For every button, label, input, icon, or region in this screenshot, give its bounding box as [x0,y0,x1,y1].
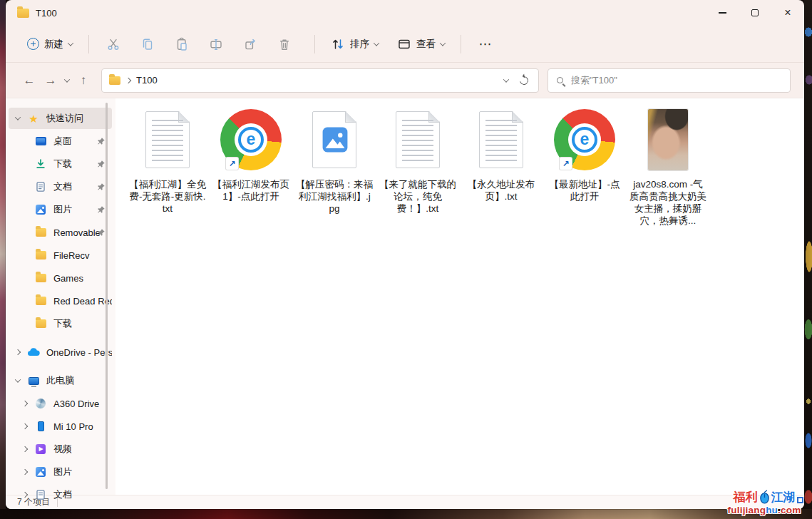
plus-circle-icon [27,38,39,50]
downloads-icon [35,158,46,170]
sidebar-item-videos[interactable]: ▶ 视频 [9,438,112,460]
forward-button[interactable]: → [40,70,61,91]
paste-button[interactable] [168,31,196,57]
sidebar-item-filerecv[interactable]: FileRecv [9,245,112,266]
browser-e-glyph: e [247,131,256,148]
view-icon [397,37,411,51]
sidebar-item-pictures[interactable]: 图片 [9,199,112,220]
star-icon: ★ [29,113,38,124]
sidebar-item-red-dead[interactable]: Red Dead Rede [9,290,112,312]
maximize-button[interactable] [739,0,771,26]
share-button[interactable] [236,31,264,57]
toolbar: 新建 [6,26,804,63]
breadcrumb-path[interactable]: T100 [136,75,158,86]
sidebar-item-pictures-pc[interactable]: 图片 [9,461,112,483]
image-file-icon [312,106,356,174]
chevron-right-icon[interactable] [15,349,21,355]
sidebar-item-a360-drive[interactable]: A360 Drive [9,393,112,414]
file-item[interactable]: jav20s8.com -气质高贵高挑大奶美女主播，揉奶掰穴，热舞诱... [628,106,708,227]
sidebar-item-downloads-folder[interactable]: 下载 [9,313,112,334]
copy-button[interactable] [133,31,162,57]
pin-icon [97,183,106,191]
cut-button[interactable] [99,31,128,57]
sidebar-item-removable[interactable]: Removable [9,222,112,243]
sidebar-item-label: 视频 [53,443,112,456]
folder-icon [109,76,120,85]
chevron-down-icon[interactable] [15,114,21,120]
text-file-icon [145,106,190,174]
toolbar-divider [461,35,461,53]
watermark-text-left: 福利 [734,491,758,503]
search-box[interactable] [548,68,791,93]
content-area: ★ 快速访问 桌面 下载 [6,98,804,495]
paste-icon [175,37,189,51]
documents-icon [35,489,46,500]
sidebar-item-games[interactable]: Games [9,267,112,289]
delete-button[interactable] [270,31,299,57]
address-dropdown-icon[interactable] [503,76,509,82]
file-item[interactable]: e ↗ 【福利江湖发布页1】-点此打开 [211,106,291,202]
sidebar-item-quick-access[interactable]: ★ 快速访问 [9,108,112,129]
file-grid: 【福利江湖】全免费-无套路-更新快.txt e ↗ 【福利江湖发布页1】-点此打… [115,98,804,227]
image-badge-icon [322,126,349,153]
cut-icon [106,37,120,51]
address-bar[interactable]: T100 [101,68,539,93]
see-more-button[interactable]: ⋯ [471,31,500,57]
sidebar-item-label: 文档 [53,488,112,501]
pin-icon [97,205,106,214]
sidebar-item-this-pc[interactable]: 此电脑 [9,370,112,391]
file-name: 【福利江湖】全免费-无套路-更新快.txt [129,178,206,215]
sidebar-item-documents[interactable]: 文档 [9,176,112,197]
sidebar-item-label: OneDrive - Pers [46,347,112,358]
window-controls: × [706,0,804,26]
chevron-down-icon [64,76,70,82]
forward-icon: → [45,73,57,88]
sidebar-item-downloads[interactable]: 下载 [9,153,112,175]
view-button-label: 查看 [416,38,436,51]
sidebar-item-desktop[interactable]: 桌面 [9,130,112,152]
chevron-down-icon [440,40,446,46]
file-item[interactable]: 【解压密码：来福利江湖找福利】.jpg [294,106,374,215]
pin-icon [97,228,106,237]
chevron-down-icon[interactable] [15,376,21,382]
refresh-icon[interactable] [518,74,530,86]
minimize-button[interactable] [706,0,739,26]
back-button[interactable]: ← [19,70,40,91]
up-button[interactable]: ↑ [73,70,94,91]
file-item[interactable]: e ↗ 【最新地址】-点此打开 [545,106,625,202]
chevron-right-icon[interactable] [22,401,28,406]
chevron-right-icon[interactable] [22,469,28,475]
toolbar-divider [88,35,89,53]
desktop: T100 × 新建 [0,0,812,519]
recent-locations-button[interactable] [61,78,73,83]
sidebar-item-mi-10-pro[interactable]: Mi 10 Pro [9,416,112,437]
chevron-right-icon[interactable] [22,423,28,429]
view-button[interactable]: 查看 [391,33,451,56]
new-button[interactable]: 新建 [21,34,78,55]
file-name: 【永久地址发布页】.txt [463,178,540,202]
sidebar-item-label: 快速访问 [46,112,112,125]
search-input[interactable] [570,74,769,86]
text-file-icon [396,106,440,174]
sidebar-item-documents-pc[interactable]: 文档 [9,484,112,505]
pictures-icon [36,205,46,215]
text-file-icon [479,106,523,174]
sidebar-scrollbar[interactable] [106,103,108,489]
file-item[interactable]: 【来了就能下载的论坛，纯免费！】.txt [378,106,458,215]
file-name: 【解压密码：来福利江湖找福利】.jpg [296,178,373,215]
sort-button[interactable]: 排序 [325,33,384,56]
sidebar-item-onedrive[interactable]: OneDrive - Pers [9,341,112,363]
file-item[interactable]: 【永久地址发布页】.txt [461,106,541,202]
folder-icon [36,251,46,260]
close-button[interactable]: × [771,0,804,26]
wallpaper-bottom [0,509,812,519]
file-explorer-window: T100 × 新建 [6,0,804,509]
phone-icon [38,421,44,431]
file-item[interactable]: 【福利江湖】全免费-无套路-更新快.txt [128,106,207,215]
chevron-right-icon[interactable] [22,492,28,498]
search-icon [557,77,563,83]
breadcrumb-separator-icon [125,77,131,83]
wallpaper-right [804,0,812,519]
rename-button[interactable] [202,31,230,57]
chevron-right-icon[interactable] [22,446,28,452]
